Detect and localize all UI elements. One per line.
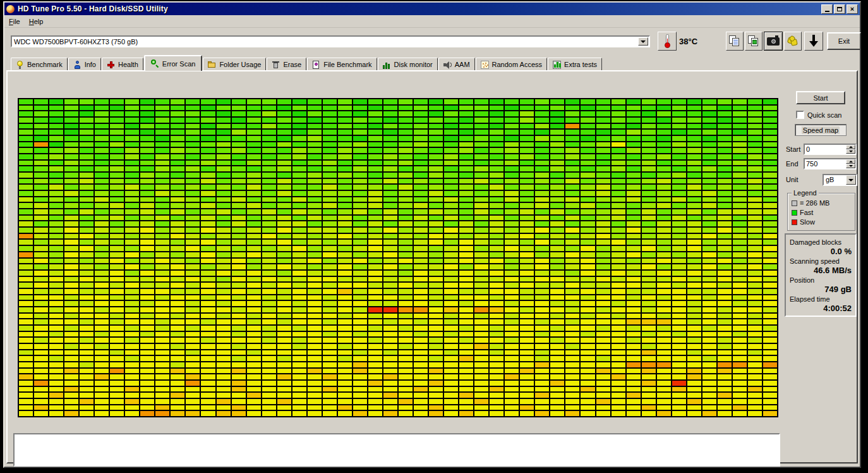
tab-benchmark[interactable]: Benchmark	[11, 58, 68, 71]
speed-block	[155, 234, 169, 239]
speed-block	[64, 221, 78, 226]
scan-log-listbox[interactable]	[13, 433, 780, 467]
speed-block	[444, 289, 458, 294]
speed-block	[201, 344, 215, 349]
start-spin-up[interactable]	[846, 145, 855, 149]
speed-block	[718, 179, 732, 184]
speed-block	[627, 271, 641, 276]
close-button[interactable]: ×	[847, 4, 858, 14]
speed-block	[657, 307, 671, 312]
speed-block	[672, 221, 686, 226]
drive-select-arrow-button[interactable]	[638, 37, 648, 46]
scroll-down-button[interactable]	[804, 32, 823, 51]
speed-block	[535, 216, 549, 221]
end-field[interactable]: 750	[804, 158, 857, 169]
speed-block	[581, 374, 594, 379]
speed-block	[520, 338, 534, 343]
tab-folder-usage[interactable]: Folder Usage	[203, 58, 266, 71]
speed-block	[140, 405, 154, 410]
speed-block	[277, 185, 291, 190]
start-scan-button[interactable]: Start	[796, 91, 845, 104]
tab-disk-monitor[interactable]: Disk monitor	[378, 58, 438, 71]
unit-select-arrow-button[interactable]	[846, 175, 856, 185]
copy-text-button[interactable]	[726, 32, 744, 51]
tab-erase[interactable]: Erase	[267, 58, 306, 71]
speed-block	[459, 234, 473, 239]
tab-error-scan[interactable]: Error Scan	[144, 55, 203, 71]
speed-block	[155, 369, 169, 374]
speed-block	[520, 283, 534, 288]
speed-block	[733, 301, 747, 306]
speed-block	[505, 259, 519, 264]
speed-block	[247, 319, 261, 324]
speed-block	[642, 338, 656, 343]
speed-block	[612, 314, 625, 319]
tab-file-benchmark[interactable]: File Benchmark	[307, 58, 377, 71]
speed-block	[474, 252, 488, 257]
speed-block	[232, 221, 246, 226]
speed-block	[323, 154, 337, 159]
speed-block	[217, 173, 231, 178]
minimize-button[interactable]	[821, 4, 833, 14]
tab-info[interactable]: Info	[68, 58, 101, 71]
speed-block	[718, 148, 732, 153]
temperature-button[interactable]	[658, 32, 677, 51]
speed-block	[550, 203, 564, 208]
quick-scan-checkbox[interactable]	[796, 111, 804, 119]
speed-block	[490, 228, 503, 233]
menu-file[interactable]: File	[4, 16, 25, 27]
speed-block	[232, 283, 246, 288]
speed-block	[64, 209, 78, 214]
speed-block	[429, 271, 443, 276]
random-access-icon	[481, 61, 489, 69]
speed-block	[414, 369, 428, 374]
speed-block	[520, 246, 534, 251]
end-spin-up[interactable]	[846, 159, 855, 164]
start-spin-down[interactable]	[846, 149, 855, 154]
speed-block	[581, 154, 594, 159]
unit-select[interactable]: gB	[823, 174, 857, 186]
speed-block	[748, 111, 762, 116]
speed-map-button[interactable]: Speed map	[795, 124, 847, 136]
start-field[interactable]: 0	[804, 144, 857, 155]
tab-extra-tests[interactable]: Extra tests	[548, 58, 602, 71]
exit-button[interactable]: Exit	[827, 32, 861, 50]
speed-block	[763, 173, 777, 178]
speed-block	[596, 387, 610, 392]
speed-block	[642, 252, 656, 257]
speed-block	[19, 369, 33, 374]
speed-block	[64, 344, 78, 349]
speed-block	[262, 338, 276, 343]
menu-help[interactable]: Help	[25, 16, 48, 27]
speed-block	[155, 197, 169, 202]
tab-random-access[interactable]: Random Access	[476, 58, 547, 71]
speed-block	[672, 179, 686, 184]
tab-health[interactable]: Health	[102, 58, 143, 71]
speed-block	[687, 369, 701, 374]
speed-block	[414, 197, 428, 202]
drive-select[interactable]: WDC WD7500BPVT-60HXZT3 (750 gB)	[11, 35, 650, 47]
speed-block	[702, 106, 716, 111]
screenshot-button[interactable]	[764, 32, 783, 51]
save-file-button[interactable]	[784, 32, 802, 51]
copy-image-button[interactable]	[745, 32, 763, 51]
speed-block	[459, 289, 473, 294]
speed-block	[581, 295, 594, 300]
speed-block	[34, 344, 48, 349]
speed-block	[565, 234, 579, 239]
speed-block	[657, 319, 671, 324]
speed-block	[368, 387, 382, 392]
maximize-button[interactable]	[834, 4, 845, 14]
tab-aam[interactable]: AAM	[438, 58, 475, 71]
speed-block	[232, 271, 246, 276]
speed-block	[702, 118, 716, 123]
speed-block	[520, 356, 534, 361]
speed-block	[612, 319, 625, 324]
speed-block	[277, 264, 291, 269]
speed-block	[505, 369, 519, 374]
speed-block	[733, 221, 747, 226]
end-spin-down[interactable]	[846, 164, 855, 168]
speed-block	[642, 314, 656, 319]
speed-block	[672, 393, 686, 398]
speed-block	[763, 161, 777, 166]
